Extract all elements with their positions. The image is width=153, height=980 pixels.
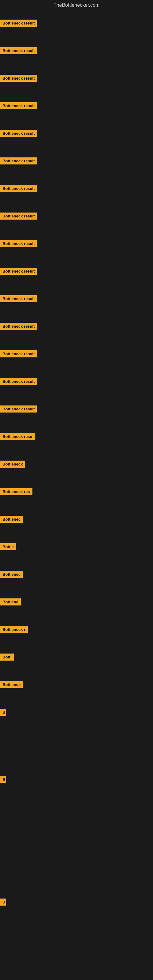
bottleneck-item-12[interactable]: Bottleneck result <box>0 323 37 331</box>
bottleneck-badge-10: Bottleneck result <box>0 268 37 275</box>
bottleneck-badge-16: Bottleneck resu <box>0 433 35 440</box>
bottleneck-badge-12: Bottleneck result <box>0 323 37 330</box>
bottleneck-badge-18: Bottleneck res <box>0 488 32 495</box>
bottleneck-item-2[interactable]: Bottleneck result <box>0 47 37 56</box>
bottleneck-item-23[interactable]: Bottleneck r <box>0 626 28 634</box>
site-title: TheBottlenecker.com <box>0 0 153 10</box>
bottleneck-item-19[interactable]: Bottlenec <box>0 516 23 524</box>
bottleneck-badge-14: Bottleneck result <box>0 378 37 385</box>
bottleneck-item-10[interactable]: Bottleneck result <box>0 268 37 276</box>
bottleneck-item-3[interactable]: Bottleneck result <box>0 75 37 83</box>
bottleneck-item-4[interactable]: Bottleneck result <box>0 102 37 111</box>
bottleneck-item-6[interactable]: Bottleneck result <box>0 158 37 166</box>
bottleneck-item-16[interactable]: Bottleneck resu <box>0 433 35 441</box>
bottleneck-item-24[interactable]: Bottl <box>0 654 14 662</box>
bottleneck-item-27[interactable]: B <box>0 776 6 784</box>
bottleneck-badge-28: B <box>0 899 6 905</box>
bottleneck-item-21[interactable]: Bottlenec <box>0 571 23 579</box>
bottleneck-item-5[interactable]: Bottleneck result <box>0 130 37 138</box>
bottleneck-badge-21: Bottlenec <box>0 571 23 578</box>
bottleneck-item-15[interactable]: Bottleneck result <box>0 406 37 414</box>
bottleneck-badge-6: Bottleneck result <box>0 158 37 164</box>
bottleneck-badge-19: Bottlenec <box>0 516 23 523</box>
bottleneck-badge-4: Bottleneck result <box>0 102 37 109</box>
bottleneck-badge-1: Bottleneck result <box>0 20 37 27</box>
bottleneck-item-28[interactable]: B <box>0 899 6 907</box>
bottleneck-item-25[interactable]: Bottlenec <box>0 681 23 689</box>
bottleneck-item-13[interactable]: Bottleneck result <box>0 350 37 359</box>
bottleneck-item-7[interactable]: Bottleneck result <box>0 185 37 193</box>
bottleneck-badge-11: Bottleneck result <box>0 295 37 302</box>
bottleneck-item-22[interactable]: Bottlene <box>0 598 21 607</box>
bottleneck-badge-9: Bottleneck result <box>0 240 37 247</box>
bottleneck-badge-27: B <box>0 776 6 783</box>
bottleneck-badge-8: Bottleneck result <box>0 213 37 220</box>
bottleneck-item-17[interactable]: Bottleneck <box>0 461 25 469</box>
bottleneck-badge-15: Bottleneck result <box>0 406 37 412</box>
bottleneck-item-18[interactable]: Bottleneck res <box>0 488 32 496</box>
bottleneck-item-20[interactable]: Bottle <box>0 543 16 552</box>
bottleneck-badge-20: Bottle <box>0 543 16 550</box>
bottleneck-badge-17: Bottleneck <box>0 461 25 468</box>
bottleneck-badge-13: Bottleneck result <box>0 350 37 357</box>
bottleneck-badge-25: Bottlenec <box>0 681 23 688</box>
bottleneck-item-8[interactable]: Bottleneck result <box>0 213 37 221</box>
bottleneck-badge-3: Bottleneck result <box>0 75 37 82</box>
bottleneck-badge-22: Bottlene <box>0 598 21 605</box>
bottleneck-badge-5: Bottleneck result <box>0 130 37 137</box>
bottleneck-badge-24: Bottl <box>0 654 14 660</box>
bottleneck-item-26[interactable]: B <box>0 709 6 717</box>
bottleneck-item-14[interactable]: Bottleneck result <box>0 378 37 386</box>
bottleneck-item-9[interactable]: Bottleneck result <box>0 240 37 248</box>
bottleneck-item-1[interactable]: Bottleneck result <box>0 20 37 28</box>
bottleneck-item-11[interactable]: Bottleneck result <box>0 295 37 304</box>
bottleneck-badge-23: Bottleneck r <box>0 626 28 633</box>
bottleneck-badge-2: Bottleneck result <box>0 47 37 54</box>
bottleneck-badge-7: Bottleneck result <box>0 185 37 192</box>
bottleneck-badge-26: B <box>0 709 6 716</box>
